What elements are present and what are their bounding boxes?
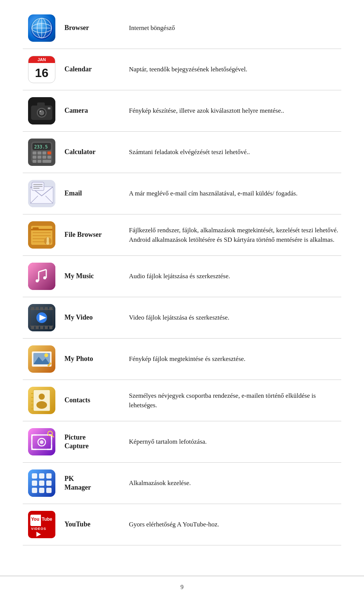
app-icon-calculator[interactable]: 233.5: [28, 139, 55, 166]
app-row-browser: BrowserInternet böngésző: [23, 8, 341, 49]
svg-rect-98: [39, 488, 44, 493]
svg-rect-92: [39, 473, 44, 479]
svg-rect-58: [36, 307, 39, 310]
app-name-picturecapture: PictureCapture: [61, 433, 121, 451]
app-row-mymusic: My MusicAudio fájlok lejátszása és szerk…: [23, 256, 341, 297]
app-row-filebrowser: File BrowserFájlkezelő rendszer, fájlok,…: [23, 214, 341, 256]
svg-rect-99: [46, 488, 52, 493]
svg-rect-21: [47, 151, 51, 154]
app-icon-mymusic[interactable]: [28, 263, 55, 290]
svg-text:You: You: [31, 517, 39, 522]
app-icon-email[interactable]: [28, 180, 55, 207]
app-desc-calendar: Naptár, teendők bejegyzésének lehetőségé…: [121, 65, 341, 74]
app-icon-browser[interactable]: [28, 14, 55, 42]
svg-rect-49: [28, 263, 55, 290]
app-row-email: EmailA már meglévő e-mail cím használatá…: [23, 173, 341, 214]
app-desc-calculator: Számtani feladatok elvégézését teszi leh…: [121, 147, 341, 157]
app-desc-browser: Internet böngésző: [121, 23, 341, 33]
app-name-calendar: Calendar: [61, 65, 121, 74]
app-row-youtube: You Tube VIDEOS YouTubeGyors elérhetőség…: [23, 504, 341, 545]
app-name-filebrowser: File Browser: [61, 230, 121, 239]
svg-text:Tube: Tube: [42, 517, 52, 522]
app-desc-youtube: Gyors elérhetőség A YouTube-hoz.: [121, 520, 341, 529]
svg-rect-13: [48, 107, 50, 109]
svg-rect-96: [46, 481, 52, 486]
svg-rect-95: [39, 481, 44, 486]
svg-rect-57: [31, 307, 34, 310]
svg-point-73: [44, 353, 48, 357]
svg-rect-65: [45, 326, 48, 329]
svg-rect-19: [38, 151, 41, 154]
app-desc-picturecapture: Képernyő tartalom lefotózása.: [121, 437, 341, 447]
icon-wrapper-mymusic: [23, 263, 61, 290]
app-name-email: Email: [61, 189, 121, 198]
icon-wrapper-browser: [23, 14, 61, 42]
app-row-contacts: ContactsSzemélyes névjegyek csoportba re…: [23, 380, 341, 421]
svg-point-83: [36, 401, 47, 409]
icon-wrapper-calculator: 233.5: [23, 139, 61, 166]
icon-wrapper-email: [23, 180, 61, 207]
app-desc-filebrowser: Fájlkezelő rendszer, fájlok, alkalmazáso…: [121, 225, 341, 245]
app-row-pkmanager: PKManagerAlkalmazások kezelése.: [23, 463, 341, 504]
app-desc-pkmanager: Alkalmazások kezelése.: [121, 478, 341, 488]
app-row-calendar: JAN 16 CalendarNaptár, teendők bejegyzés…: [23, 49, 341, 90]
svg-rect-62: [31, 326, 34, 329]
svg-rect-40: [33, 227, 39, 230]
app-row-camera: CameraFénykép készítése, illetve azok ki…: [23, 90, 341, 132]
app-desc-myphoto: Fénykép fájlok megtekintése és szerkeszt…: [121, 354, 341, 364]
svg-rect-59: [40, 307, 43, 310]
svg-rect-27: [38, 160, 41, 163]
svg-rect-20: [42, 151, 46, 154]
svg-rect-23: [38, 156, 41, 159]
app-desc-contacts: Személyes névjegyek csoportba rendezése,…: [121, 391, 341, 410]
svg-rect-66: [49, 326, 52, 329]
svg-text:233.5: 233.5: [34, 144, 48, 150]
svg-rect-97: [32, 488, 37, 493]
icon-wrapper-filebrowser: [23, 221, 61, 249]
svg-rect-28: [42, 160, 51, 163]
icon-wrapper-contacts: [23, 387, 61, 414]
svg-point-47: [46, 242, 49, 245]
app-desc-myvideo: Video fájlok lejátszása és szerkesztése.: [121, 313, 341, 323]
app-row-myvideo: My VideoVideo fájlok lejátszása és szerk…: [23, 297, 341, 339]
svg-text:VIDEOS: VIDEOS: [31, 527, 46, 531]
app-name-calculator: Calculator: [61, 148, 121, 156]
svg-rect-93: [46, 473, 52, 479]
app-name-contacts: Contacts: [61, 396, 121, 405]
app-name-mymusic: My Music: [61, 272, 121, 280]
icon-wrapper-camera: [23, 97, 61, 124]
svg-rect-22: [33, 156, 36, 159]
svg-rect-46: [47, 237, 49, 243]
svg-rect-8: [37, 102, 45, 107]
app-desc-mymusic: Audio fájlok lejátszása és szerkesztése.: [121, 271, 341, 281]
app-icon-picturecapture[interactable]: [28, 428, 55, 455]
app-icon-pkmanager[interactable]: [28, 469, 55, 497]
icon-wrapper-myvideo: [23, 304, 61, 331]
app-icon-myvideo[interactable]: [28, 304, 55, 331]
page-number: 9: [0, 576, 364, 598]
svg-rect-91: [32, 473, 37, 479]
icon-wrapper-calendar: JAN 16: [23, 56, 61, 83]
app-desc-camera: Fénykép készítése, illetve azok kiválasz…: [121, 106, 341, 116]
app-icon-camera[interactable]: [28, 97, 55, 124]
icon-wrapper-pkmanager: [23, 469, 61, 497]
app-row-picturecapture: PictureCaptureKépernyő tartalom lefotózá…: [23, 421, 341, 463]
app-name-browser: Browser: [61, 24, 121, 32]
app-icon-youtube[interactable]: You Tube VIDEOS: [28, 511, 55, 538]
app-icon-contacts[interactable]: [28, 387, 55, 414]
svg-point-12: [39, 110, 41, 112]
icon-wrapper-picturecapture: [23, 428, 61, 455]
svg-point-82: [39, 394, 45, 400]
app-name-pkmanager: PKManager: [61, 474, 121, 492]
app-desc-email: A már meglévő e-mail cím használatával, …: [121, 189, 341, 199]
page-content: BrowserInternet böngésző JAN 16 Calendar…: [0, 0, 364, 568]
app-icon-calendar[interactable]: JAN 16: [28, 56, 55, 83]
svg-rect-25: [47, 156, 51, 159]
app-row-calculator: 233.5 CalculatorSzámtani feladatok elvég…: [23, 132, 341, 173]
icon-wrapper-myphoto: [23, 345, 61, 373]
svg-rect-60: [45, 307, 48, 310]
app-icon-myphoto[interactable]: [28, 345, 55, 373]
svg-rect-24: [42, 156, 46, 159]
app-icon-filebrowser[interactable]: [28, 221, 55, 249]
app-row-myphoto: My PhotoFénykép fájlok megtekintése és s…: [23, 339, 341, 380]
